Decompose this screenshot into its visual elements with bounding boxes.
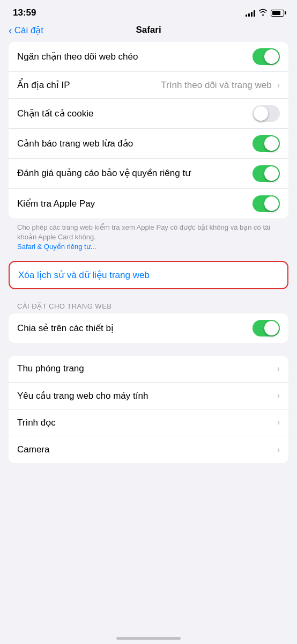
share-devices-label: Chia sẻ trên các thiết bị <box>17 323 253 334</box>
block-cookies-toggle[interactable] <box>253 105 280 122</box>
home-bar <box>116 637 181 640</box>
zoom-label: Thu phóng trang <box>17 363 274 374</box>
block-tracking-label: Ngăn chặn theo dõi web chéo <box>17 51 253 62</box>
fraud-warning-label: Cảnh báo trang web lừa đảo <box>17 138 253 149</box>
wifi-icon <box>258 9 268 17</box>
clear-history-label: Xóa lịch sử và dữ liệu trang web <box>18 269 150 281</box>
back-label: Cài đặt <box>14 25 43 36</box>
privacy-settings-card: Ngăn chặn theo dõi web chéo Ẩn địa chỉ I… <box>9 42 288 218</box>
desktop-chevron-icon: › <box>277 391 280 400</box>
privacy-ads-toggle[interactable] <box>253 165 280 182</box>
hide-ip-row[interactable]: Ẩn địa chỉ IP Trình theo dõi và trang we… <box>9 72 288 99</box>
nav-bar: ‹ Cài đặt Safari <box>0 23 297 42</box>
share-devices-row: Chia sẻ trên các thiết bị <box>9 313 288 343</box>
hide-ip-label: Ẩn địa chỉ IP <box>17 79 161 91</box>
status-bar: 13:59 <box>0 0 297 23</box>
camera-chevron-icon: › <box>277 445 280 455</box>
status-time: 13:59 <box>13 8 36 18</box>
footer-text: Cho phép các trang web kiểm tra xem Appl… <box>17 223 280 252</box>
camera-label: Camera <box>17 444 274 455</box>
privacy-ads-row: Đánh giá quảng cáo bảo vệ quyền riêng tư <box>9 159 288 189</box>
reader-label: Trình đọc <box>17 417 274 428</box>
clear-history-card[interactable]: Xóa lịch sử và dữ liệu trang web <box>9 261 288 289</box>
clear-history-row[interactable]: Xóa lịch sử và dữ liệu trang web <box>10 262 287 288</box>
desktop-row[interactable]: Yêu cầu trang web cho máy tính › <box>9 383 288 409</box>
desktop-label: Yêu cầu trang web cho máy tính <box>17 390 274 401</box>
reader-chevron-icon: › <box>277 418 280 427</box>
apple-pay-label: Kiểm tra Apple Pay <box>17 198 253 209</box>
camera-row[interactable]: Camera › <box>9 436 288 463</box>
home-indicator <box>0 631 297 644</box>
share-devices-card: Chia sẻ trên các thiết bị <box>9 313 288 343</box>
page-settings-card: Thu phóng trang › Yêu cầu trang web cho … <box>9 356 288 463</box>
battery-icon <box>271 10 284 17</box>
reader-row[interactable]: Trình đọc › <box>9 409 288 436</box>
apple-pay-toggle[interactable] <box>253 195 280 212</box>
page-title: Safari <box>136 25 161 35</box>
footer-link[interactable]: Safari & Quyền riêng tư... <box>17 243 96 251</box>
back-chevron-icon: ‹ <box>9 25 12 35</box>
apple-pay-row: Kiểm tra Apple Pay <box>9 189 288 218</box>
hide-ip-sublabel: Trình theo dõi và trang web <box>161 80 271 91</box>
block-cookies-row: Chặn tất cả cookie <box>9 99 288 129</box>
fraud-warning-row: Cảnh báo trang web lừa đảo <box>9 129 288 159</box>
block-tracking-row: Ngăn chặn theo dõi web chéo <box>9 42 288 72</box>
share-devices-toggle[interactable] <box>253 320 280 336</box>
back-button[interactable]: ‹ Cài đặt <box>9 25 43 36</box>
fraud-warning-toggle[interactable] <box>253 135 280 152</box>
footer-description: Cho phép các trang web kiểm tra xem Appl… <box>17 223 270 241</box>
hide-ip-chevron-icon: › <box>277 80 280 90</box>
zoom-chevron-icon: › <box>277 364 280 374</box>
zoom-row[interactable]: Thu phóng trang › <box>9 356 288 383</box>
web-settings-header: CÀI ĐẶT CHO TRANG WEB <box>0 298 297 313</box>
privacy-ads-label: Đánh giá quảng cáo bảo vệ quyền riêng tư <box>17 165 246 181</box>
block-cookies-label: Chặn tất cả cookie <box>17 108 253 119</box>
status-icons <box>246 9 284 17</box>
signal-bars-icon <box>246 9 255 17</box>
block-tracking-toggle[interactable] <box>253 48 280 65</box>
